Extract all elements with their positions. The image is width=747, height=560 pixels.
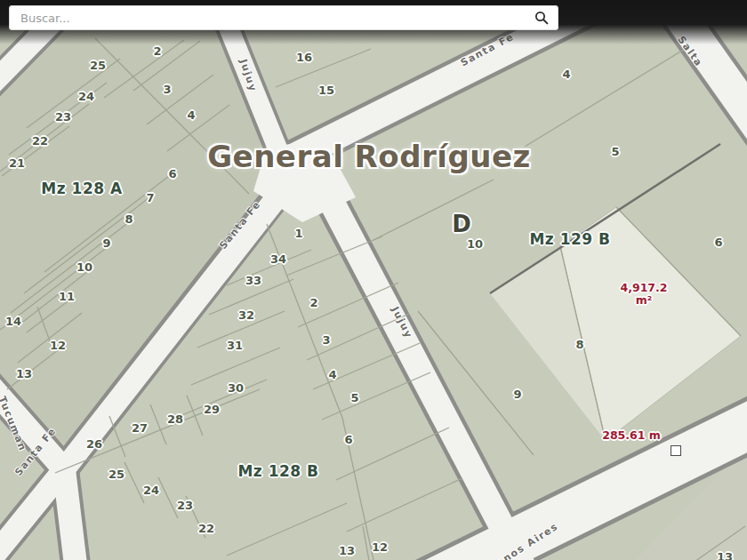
search-box — [9, 5, 558, 30]
vertex-handle-square[interactable] — [671, 445, 681, 456]
top-search-bar — [0, 0, 747, 44]
search-input[interactable] — [10, 6, 558, 29]
search-icon[interactable] — [534, 11, 549, 25]
map-canvas[interactable] — [0, 0, 747, 560]
map-viewer: General RodríguezMz 128 AMz 129 BMz 128 … — [0, 0, 747, 560]
